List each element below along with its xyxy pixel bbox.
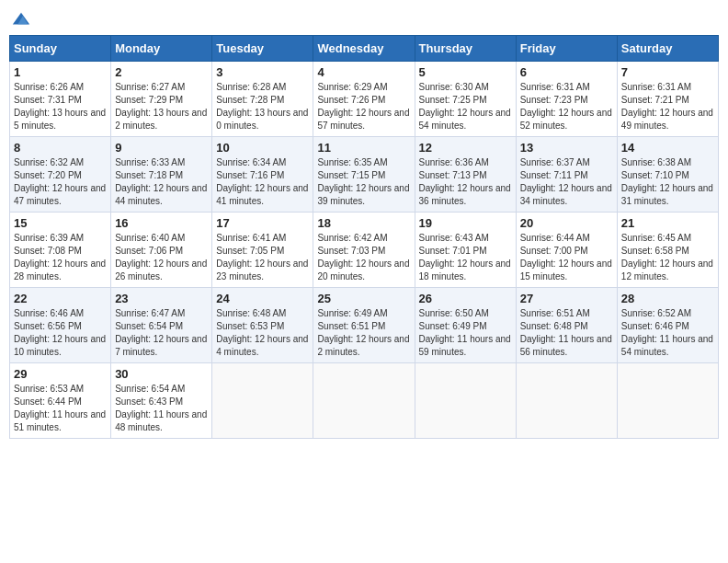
page-header: [9, 9, 719, 29]
daylight-text: Daylight: 12 hours and 54 minutes.: [419, 108, 511, 131]
sunrise-text: Sunrise: 6:51 AM: [520, 308, 590, 318]
sunrise-text: Sunrise: 6:40 AM: [115, 233, 185, 243]
daylight-text: Daylight: 11 hours and 56 minutes.: [520, 334, 612, 357]
sunset-text: Sunset: 7:20 PM: [14, 170, 82, 180]
calendar-cell: [313, 363, 415, 439]
calendar-cell: 14 Sunrise: 6:38 AM Sunset: 7:10 PM Dayl…: [617, 137, 718, 213]
day-number: 2: [115, 65, 208, 79]
calendar-cell: 27 Sunrise: 6:51 AM Sunset: 6:48 PM Dayl…: [516, 288, 617, 363]
sunset-text: Sunset: 7:03 PM: [317, 246, 385, 256]
day-number: 18: [317, 216, 410, 230]
daylight-text: Daylight: 12 hours and 52 minutes.: [520, 108, 612, 131]
calendar-cell: 19 Sunrise: 6:43 AM Sunset: 7:01 PM Dayl…: [415, 213, 516, 288]
sunrise-text: Sunrise: 6:46 AM: [14, 308, 84, 318]
day-number: 3: [216, 65, 309, 79]
calendar-cell: 2 Sunrise: 6:27 AM Sunset: 7:29 PM Dayli…: [111, 62, 212, 137]
sunrise-text: Sunrise: 6:49 AM: [317, 308, 387, 318]
sunrise-text: Sunrise: 6:33 AM: [115, 157, 185, 167]
sunrise-text: Sunrise: 6:31 AM: [621, 82, 691, 92]
calendar-cell: 15 Sunrise: 6:39 AM Sunset: 7:08 PM Dayl…: [10, 213, 111, 288]
header-wednesday: Wednesday: [313, 36, 415, 62]
sunset-text: Sunset: 6:43 PM: [115, 396, 183, 407]
calendar-cell: 1 Sunrise: 6:26 AM Sunset: 7:31 PM Dayli…: [10, 62, 111, 137]
weekday-header-row: Sunday Monday Tuesday Wednesday Thursday…: [10, 36, 719, 62]
daylight-text: Daylight: 11 hours and 59 minutes.: [419, 334, 511, 357]
day-number: 6: [520, 65, 613, 79]
calendar-table: Sunday Monday Tuesday Wednesday Thursday…: [9, 35, 719, 439]
sunrise-text: Sunrise: 6:31 AM: [520, 82, 590, 92]
sunset-text: Sunset: 7:26 PM: [317, 95, 385, 105]
sunset-text: Sunset: 6:51 PM: [317, 321, 385, 331]
calendar-cell: [617, 363, 718, 439]
day-number: 27: [520, 292, 613, 305]
daylight-text: Daylight: 12 hours and 41 minutes.: [216, 183, 308, 206]
calendar-cell: 17 Sunrise: 6:41 AM Sunset: 7:05 PM Dayl…: [212, 213, 313, 288]
calendar-cell: 23 Sunrise: 6:47 AM Sunset: 6:54 PM Dayl…: [111, 288, 212, 363]
daylight-text: Daylight: 12 hours and 44 minutes.: [115, 183, 207, 206]
daylight-text: Daylight: 12 hours and 23 minutes.: [216, 259, 308, 282]
daylight-text: Daylight: 12 hours and 57 minutes.: [317, 108, 409, 131]
day-number: 30: [115, 367, 208, 381]
sunrise-text: Sunrise: 6:41 AM: [216, 233, 286, 243]
daylight-text: Daylight: 12 hours and 36 minutes.: [419, 183, 511, 206]
day-number: 25: [317, 292, 410, 305]
calendar-cell: 3 Sunrise: 6:28 AM Sunset: 7:28 PM Dayli…: [212, 62, 313, 137]
sunrise-text: Sunrise: 6:53 AM: [14, 384, 84, 394]
daylight-text: Daylight: 12 hours and 7 minutes.: [115, 334, 207, 357]
sunset-text: Sunset: 7:06 PM: [115, 246, 183, 256]
sunrise-text: Sunrise: 6:32 AM: [14, 157, 84, 167]
sunset-text: Sunset: 6:49 PM: [419, 321, 487, 331]
daylight-text: Daylight: 12 hours and 20 minutes.: [317, 259, 409, 282]
calendar-cell: 6 Sunrise: 6:31 AM Sunset: 7:23 PM Dayli…: [516, 62, 617, 137]
sunrise-text: Sunrise: 6:38 AM: [621, 157, 691, 167]
day-number: 26: [419, 292, 512, 305]
daylight-text: Daylight: 12 hours and 47 minutes.: [14, 183, 106, 206]
sunrise-text: Sunrise: 6:37 AM: [520, 157, 590, 167]
daylight-text: Daylight: 12 hours and 12 minutes.: [621, 259, 713, 282]
calendar-cell: 11 Sunrise: 6:35 AM Sunset: 7:15 PM Dayl…: [313, 137, 415, 213]
day-number: 21: [621, 216, 714, 230]
calendar-cell: 10 Sunrise: 6:34 AM Sunset: 7:16 PM Dayl…: [212, 137, 313, 213]
calendar-cell: 12 Sunrise: 6:36 AM Sunset: 7:13 PM Dayl…: [415, 137, 516, 213]
sunset-text: Sunset: 7:08 PM: [14, 246, 82, 256]
daylight-text: Daylight: 13 hours and 0 minutes.: [216, 108, 308, 131]
daylight-text: Daylight: 13 hours and 2 minutes.: [115, 108, 207, 131]
sunrise-text: Sunrise: 6:54 AM: [115, 384, 185, 394]
header-thursday: Thursday: [415, 36, 516, 62]
calendar-cell: 4 Sunrise: 6:29 AM Sunset: 7:26 PM Dayli…: [313, 62, 415, 137]
sunset-text: Sunset: 7:31 PM: [14, 95, 82, 105]
daylight-text: Daylight: 12 hours and 39 minutes.: [317, 183, 409, 206]
daylight-text: Daylight: 12 hours and 4 minutes.: [216, 334, 308, 357]
day-number: 12: [419, 141, 512, 155]
calendar-cell: 20 Sunrise: 6:44 AM Sunset: 7:00 PM Dayl…: [516, 213, 617, 288]
daylight-text: Daylight: 12 hours and 15 minutes.: [520, 259, 612, 282]
header-friday: Friday: [516, 36, 617, 62]
day-number: 19: [419, 216, 512, 230]
day-number: 13: [520, 141, 613, 155]
day-number: 16: [115, 216, 208, 230]
sunset-text: Sunset: 6:58 PM: [621, 246, 689, 256]
daylight-text: Daylight: 12 hours and 26 minutes.: [115, 259, 207, 282]
day-number: 24: [216, 292, 309, 305]
calendar-cell: 21 Sunrise: 6:45 AM Sunset: 6:58 PM Dayl…: [617, 213, 718, 288]
sunset-text: Sunset: 7:13 PM: [419, 170, 487, 180]
calendar-week-row: 8 Sunrise: 6:32 AM Sunset: 7:20 PM Dayli…: [10, 137, 719, 213]
sunset-text: Sunset: 7:28 PM: [216, 95, 284, 105]
calendar-cell: 28 Sunrise: 6:52 AM Sunset: 6:46 PM Dayl…: [617, 288, 718, 363]
calendar-week-row: 29 Sunrise: 6:53 AM Sunset: 6:44 PM Dayl…: [10, 363, 719, 439]
calendar-cell: 25 Sunrise: 6:49 AM Sunset: 6:51 PM Dayl…: [313, 288, 415, 363]
day-number: 11: [317, 141, 410, 155]
sunset-text: Sunset: 6:56 PM: [14, 321, 82, 331]
calendar-cell: [212, 363, 313, 439]
sunset-text: Sunset: 7:23 PM: [520, 95, 588, 105]
sunrise-text: Sunrise: 6:27 AM: [115, 82, 185, 92]
day-number: 29: [14, 367, 107, 381]
sunset-text: Sunset: 6:54 PM: [115, 321, 183, 331]
sunrise-text: Sunrise: 6:39 AM: [14, 233, 84, 243]
sunset-text: Sunset: 7:21 PM: [621, 95, 689, 105]
daylight-text: Daylight: 12 hours and 49 minutes.: [621, 108, 713, 131]
calendar-cell: 16 Sunrise: 6:40 AM Sunset: 7:06 PM Dayl…: [111, 213, 212, 288]
daylight-text: Daylight: 11 hours and 54 minutes.: [621, 334, 713, 357]
day-number: 23: [115, 292, 208, 305]
calendar-cell: 5 Sunrise: 6:30 AM Sunset: 7:25 PM Dayli…: [415, 62, 516, 137]
